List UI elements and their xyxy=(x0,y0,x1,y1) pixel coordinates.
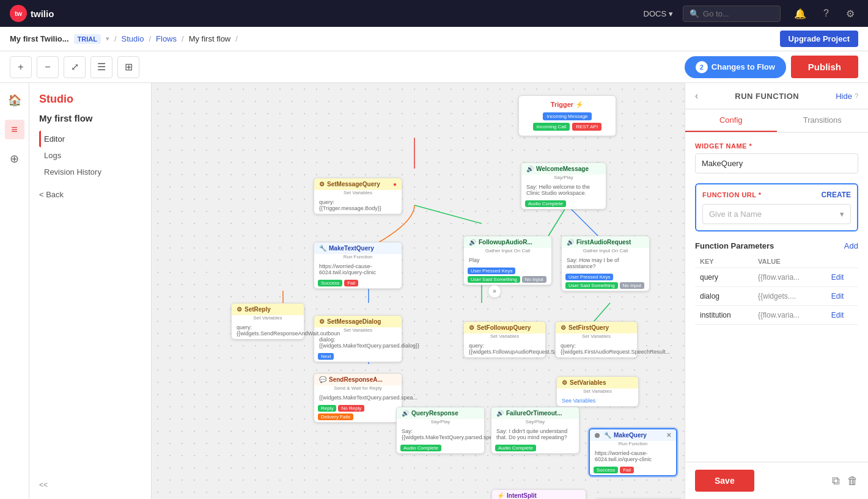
breadcrumb-studio[interactable]: Studio xyxy=(122,34,144,43)
param-value: {{widgets.... xyxy=(753,287,826,306)
question-icon: ? xyxy=(855,92,858,100)
make-text-query-node[interactable]: 🔧MakeTextQuery Run Function https://worr… xyxy=(314,242,402,289)
nav-editor[interactable]: Editor xyxy=(39,131,141,147)
widget-name-label: WIDGET NAME * xyxy=(695,142,858,150)
panel-header: ‹ RUN FUNCTION Hide ? xyxy=(685,83,868,109)
set-variables-node[interactable]: ⚙SetVariables Set Variables See Variable… xyxy=(556,376,639,407)
zoom-in-button[interactable]: + xyxy=(10,56,32,78)
param-key: institution xyxy=(695,306,753,325)
params-table: KEY VALUE query {{flow.varia... Edit dia… xyxy=(695,255,858,325)
trial-badge: TRIAL xyxy=(74,34,101,44)
tab-config[interactable]: Config xyxy=(685,109,777,132)
twilio-logo-icon: tw xyxy=(10,5,27,22)
studio-toolbar: + − ⤢ ☰ ⊞ 2 Changes to Flow Publish xyxy=(0,51,868,83)
param-key: dialog xyxy=(695,287,753,306)
icon-sidebar: 🏠 ≡ ⊕ xyxy=(0,83,29,499)
followup-audio-node[interactable]: 🔊FollowupAudioR... Gather Input On Call … xyxy=(463,236,552,285)
collapse-right-panel-button[interactable]: » xyxy=(488,285,501,298)
table-row: institution {{flow.varia... Edit xyxy=(695,306,858,325)
trigger-title: Trigger ⚡ xyxy=(524,101,611,109)
twilio-logo: tw twilio xyxy=(10,5,54,22)
function-parameters-section: Function Parameters Add KEY VALUE query … xyxy=(695,241,858,325)
more-icon[interactable]: ⊕ xyxy=(5,149,24,169)
make-query-node[interactable]: 🔧MakeQuery ✕ Run Function https://worrie… xyxy=(589,428,677,476)
breadcrumb-flows[interactable]: Flows xyxy=(156,34,177,43)
notifications-icon[interactable]: 🔔 xyxy=(790,8,810,20)
first-audio-request-node[interactable]: 🔊FirstAudioRequest Gather Input On Call … xyxy=(561,236,650,291)
welcome-message-node[interactable]: 🔊WelcomeMessage Say/Play Say: Hello welc… xyxy=(521,162,606,209)
top-navigation: tw twilio DOCS ▾ 🔍 Go to... 🔔 ? ⚙ xyxy=(0,0,868,27)
upgrade-project-button[interactable]: Upgrade Project xyxy=(780,31,858,47)
table-row: dialog {{widgets.... Edit xyxy=(695,287,858,306)
help-icon[interactable]: ? xyxy=(820,8,833,19)
key-column-header: KEY xyxy=(695,255,753,268)
flow-canvas[interactable]: Trigger ⚡ Incoming Message Incoming Call… xyxy=(152,83,685,499)
intent-split-node[interactable]: ⚡IntentSplit Split Based On... {{widgets… xyxy=(491,489,586,499)
set-reply-node[interactable]: ⚙SetReply Set Variables query: {{widgets… xyxy=(231,303,304,340)
publish-button[interactable]: Publish xyxy=(791,56,858,78)
set-message-dialog-node[interactable]: ⚙SetMessageDialog Set Variables dialog: … xyxy=(314,315,402,362)
panel-body: WIDGET NAME * FUNCTION URL * CREATE Give… xyxy=(685,133,868,462)
chevron-down-icon[interactable]: ▾ xyxy=(106,35,109,43)
panel-hide-button[interactable]: Hide ? xyxy=(836,92,858,101)
zoom-out-button[interactable]: − xyxy=(37,56,59,78)
delete-icon[interactable]: 🗑 xyxy=(847,475,858,487)
fit-view-button[interactable]: ⤢ xyxy=(64,56,86,78)
breadcrumb-bar: My first Twilio... TRIAL ▾ / Studio / Fl… xyxy=(0,27,868,51)
brand-name: My first Twilio... xyxy=(10,34,69,43)
flows-icon[interactable]: ≡ xyxy=(5,120,24,139)
panel-footer: Save ⧉ 🗑 xyxy=(685,462,868,499)
list-view-button[interactable]: ☰ xyxy=(90,56,112,78)
widget-name-input[interactable] xyxy=(695,153,858,173)
send-response-node[interactable]: 💬SendResponseA... Send & Wait for Reply … xyxy=(314,373,402,423)
breadcrumb-current-flow: My first flow xyxy=(189,34,231,43)
panel-back-button[interactable]: ‹ xyxy=(695,90,698,101)
collapse-panel-button[interactable]: << xyxy=(39,481,48,489)
changes-to-flow-button[interactable]: 2 Changes to Flow xyxy=(685,56,786,78)
nav-logs[interactable]: Logs xyxy=(39,147,141,164)
trigger-node[interactable]: Trigger ⚡ Incoming Message Incoming Call… xyxy=(518,95,616,136)
tab-transitions[interactable]: Transitions xyxy=(777,109,869,132)
failure-timeout-node[interactable]: 🔊FailureOrTimeout... Say/Play Say: I did… xyxy=(491,407,579,454)
function-url-section: FUNCTION URL * CREATE Give it a Name ▾ xyxy=(695,183,858,231)
panel-title: RUN FUNCTION xyxy=(703,92,831,101)
query-response-node[interactable]: 🔊QueryResponse Say/Play Say: {{widgets.M… xyxy=(396,407,485,454)
param-value: {{flow.varia... xyxy=(753,306,826,325)
table-row: query {{flow.varia... Edit xyxy=(695,268,858,287)
params-title: Function Parameters xyxy=(695,241,774,250)
save-button[interactable]: Save xyxy=(695,470,754,492)
create-function-url-button[interactable]: CREATE xyxy=(822,191,851,199)
chevron-down-icon: ▾ xyxy=(669,9,673,18)
main-layout: 🏠 ≡ ⊕ Studio My first flow Editor Logs R… xyxy=(0,83,868,499)
footer-actions: ⧉ 🗑 xyxy=(832,475,858,487)
param-edit[interactable]: Edit xyxy=(826,268,858,287)
flow-name: My first flow xyxy=(39,113,141,123)
param-value: {{flow.varia... xyxy=(753,268,826,287)
copy-icon[interactable]: ⧉ xyxy=(832,475,840,487)
param-edit[interactable]: Edit xyxy=(826,306,858,325)
global-search[interactable]: 🔍 Go to... xyxy=(683,5,781,22)
back-link[interactable]: < Back xyxy=(39,190,141,199)
function-url-placeholder: Give it a Name xyxy=(709,209,762,219)
trigger-badges: Incoming Message Incoming Call REST API xyxy=(524,112,611,131)
set-first-query-node[interactable]: ⚙SetFirstQuery Set Variables query: {{wi… xyxy=(555,321,638,358)
studio-title: Studio xyxy=(39,93,141,106)
function-url-dropdown[interactable]: Give it a Name ▾ xyxy=(702,204,851,224)
nav-revision-history[interactable]: Revision History xyxy=(39,164,141,180)
add-param-button[interactable]: Add xyxy=(844,241,858,250)
grid-view-button[interactable]: ⊞ xyxy=(117,56,139,78)
set-followup-query-node[interactable]: ⚙SetFollowupQuery Set Variables query: {… xyxy=(463,321,546,358)
search-icon: 🔍 xyxy=(690,9,699,18)
docs-link[interactable]: DOCS ▾ xyxy=(644,9,674,18)
settings-icon[interactable]: ⚙ xyxy=(842,8,858,20)
chevron-down-icon: ▾ xyxy=(840,209,844,219)
value-column-header: VALUE xyxy=(753,255,826,268)
panel-tabs: Config Transitions xyxy=(685,109,868,133)
param-edit[interactable]: Edit xyxy=(826,287,858,306)
right-panel: ‹ RUN FUNCTION Hide ? Config Transitions… xyxy=(685,83,868,499)
studio-panel: Studio My first flow Editor Logs Revisio… xyxy=(29,83,152,499)
home-icon[interactable]: 🏠 xyxy=(5,90,24,110)
changes-count: 2 xyxy=(696,61,708,73)
param-key: query xyxy=(695,268,753,287)
set-message-query-node[interactable]: ⚙SetMessageQuery ● Set Variables query: … xyxy=(314,178,402,214)
